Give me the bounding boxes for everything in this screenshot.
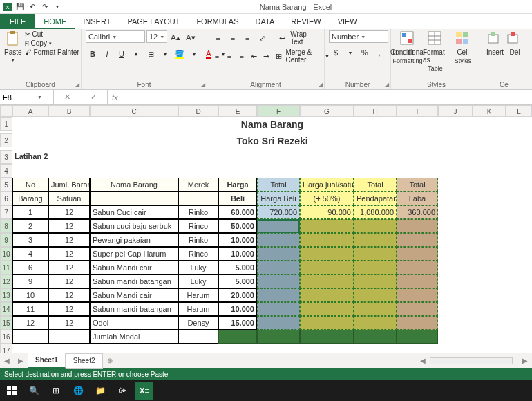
cell[interactable]: 1,080.000	[354, 205, 397, 219]
cell[interactable]	[300, 316, 354, 330]
cell[interactable]	[90, 192, 178, 205]
undo-icon[interactable]: ↶	[28, 2, 37, 12]
store-icon[interactable]: 🛍	[113, 382, 131, 400]
scroll-left-icon[interactable]: ◀	[416, 357, 430, 364]
col-header[interactable]: E	[218, 105, 257, 117]
col-header[interactable]: I	[397, 105, 438, 117]
cell[interactable]	[354, 233, 397, 247]
cell[interactable]: 90.000	[300, 205, 354, 219]
copy-button[interactable]: ⎘Copy▾	[25, 39, 79, 47]
cell[interactable]: 20.000	[218, 288, 257, 302]
conditional-formatting-button[interactable]: Conditional Formatting	[395, 30, 420, 64]
cell[interactable]	[354, 302, 397, 316]
decrease-indent-button[interactable]: ⇤	[249, 49, 260, 63]
h-scrollbar[interactable]	[430, 357, 513, 364]
cell[interactable]	[397, 288, 438, 302]
latihan-label[interactable]: Latihan 2	[12, 150, 90, 164]
cell[interactable]	[300, 288, 354, 302]
cell[interactable]: Harum	[178, 302, 218, 316]
cell[interactable]: Sabun Mandi cair	[90, 261, 178, 274]
cell[interactable]: 12	[48, 247, 90, 261]
sheet-tab[interactable]: Sheet2	[66, 353, 103, 369]
tab-nav-prev[interactable]: ◀	[0, 357, 14, 364]
row-header[interactable]: 11	[0, 261, 12, 274]
cell[interactable]	[438, 302, 532, 316]
name-box[interactable]: ▼	[0, 90, 54, 104]
align-right-button[interactable]: ≡	[236, 49, 247, 63]
excel-taskbar-icon[interactable]: X≡	[135, 382, 153, 400]
cell[interactable]	[354, 274, 397, 288]
cell[interactable]: 3	[12, 233, 48, 247]
cell[interactable]: 5.000	[218, 274, 257, 288]
cell[interactable]: 12	[48, 219, 90, 233]
cell[interactable]: 10.000	[218, 302, 257, 316]
col-header[interactable]: J	[438, 105, 473, 117]
row-header[interactable]: 8	[0, 219, 12, 233]
subtitle[interactable]: Toko Sri Rezeki	[12, 133, 532, 150]
cell[interactable]: Pewangi pakaian	[90, 233, 178, 247]
cell[interactable]	[300, 247, 354, 261]
cell[interactable]	[257, 233, 300, 247]
dialog-launcher-icon[interactable]: ◢	[319, 82, 323, 88]
bold-button[interactable]: B	[86, 47, 99, 61]
cell[interactable]: 60.000	[218, 205, 257, 219]
cell[interactable]: Odol	[90, 316, 178, 330]
qat-dropdown-icon[interactable]: ▼	[53, 2, 62, 12]
cell[interactable]: Sabun cuci baju serbuk	[90, 219, 178, 233]
underline-dropdown[interactable]: ▼	[129, 47, 143, 61]
edge-icon[interactable]: 🌐	[69, 382, 87, 400]
cell[interactable]	[397, 233, 438, 247]
cell[interactable]	[257, 274, 300, 288]
align-middle-button[interactable]: ≡	[226, 31, 239, 45]
border-dropdown[interactable]: ▼	[158, 47, 172, 61]
hdr-hargabeli[interactable]: Harga Beli	[257, 192, 300, 205]
title[interactable]: Nama Barang	[12, 117, 532, 133]
font-name-combo[interactable]: Calibri▼	[86, 30, 145, 43]
cell[interactable]: Rinko	[178, 233, 218, 247]
cell[interactable]	[90, 150, 532, 164]
cell[interactable]	[300, 274, 354, 288]
cell[interactable]: Sabun Cuci cair	[90, 205, 178, 219]
cell[interactable]	[354, 288, 397, 302]
currency-button[interactable]: $	[329, 46, 343, 59]
task-view-icon[interactable]: ⊞	[47, 382, 65, 400]
format-as-table-button[interactable]: Format as Table	[423, 30, 448, 72]
decrease-font-button[interactable]: A▾	[184, 30, 198, 44]
italic-button[interactable]: I	[100, 47, 114, 61]
cell[interactable]: 15.000	[218, 316, 257, 330]
cell[interactable]: 12	[48, 274, 90, 288]
cell[interactable]	[354, 261, 397, 274]
col-header[interactable]: A	[12, 105, 48, 117]
col-header[interactable]: G	[300, 105, 354, 117]
comma-button[interactable]: ,	[372, 46, 386, 59]
sheet-area[interactable]: A B C D E F G H I J K L 1 Nama Barang 2 …	[0, 105, 532, 353]
fill-color-dropdown[interactable]: ▼	[187, 47, 201, 61]
font-size-combo[interactable]: 12▼	[146, 30, 167, 43]
cell[interactable]: 50.000	[218, 219, 257, 233]
underline-button[interactable]: U	[115, 47, 129, 61]
cell[interactable]	[257, 330, 300, 344]
chevron-down-icon[interactable]: ▼	[37, 95, 42, 100]
align-left-button[interactable]: ≡	[211, 49, 222, 63]
row-header[interactable]: 15	[0, 316, 12, 330]
cell[interactable]: 10.000	[218, 233, 257, 247]
cell[interactable]: 12	[48, 205, 90, 219]
row-header[interactable]: 5	[0, 178, 12, 192]
cell[interactable]: 360.000	[397, 205, 438, 219]
fx-icon[interactable]: fx	[112, 93, 118, 102]
cell[interactable]: 720.000	[257, 205, 300, 219]
cell[interactable]: 12	[48, 316, 90, 330]
cancel-formula-icon[interactable]: ✕	[64, 93, 70, 102]
cell[interactable]	[300, 219, 354, 233]
hdr-nama[interactable]: Nama Barang	[90, 178, 178, 192]
cell[interactable]	[397, 316, 438, 330]
merge-center-button[interactable]: Merge & Center	[285, 48, 323, 64]
hdr-hargajual[interactable]: Harga jual/satuan	[300, 178, 354, 192]
jumlah-modal[interactable]: Jumlah Modal	[90, 330, 178, 344]
cell[interactable]: 4	[12, 247, 48, 261]
add-sheet-button[interactable]: ⊕	[103, 357, 117, 364]
dialog-launcher-icon[interactable]: ◢	[385, 82, 389, 88]
cell[interactable]	[397, 330, 438, 344]
formula-input[interactable]	[122, 92, 528, 102]
cell[interactable]: 12	[48, 261, 90, 274]
